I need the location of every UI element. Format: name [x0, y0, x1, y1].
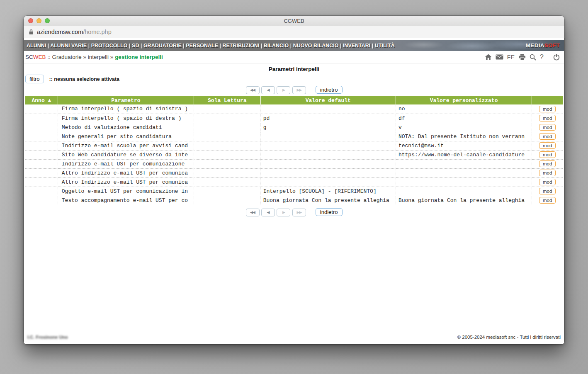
browser-address-bar[interactable]: aziendemsw.com/home.php — [24, 26, 564, 38]
footer-school-name: I.C. Frosinone Uno — [27, 335, 68, 340]
page-prev-button[interactable]: ◀ — [261, 86, 275, 94]
pager-bottom-buttons: ◀◀ ◀ ▶ ▶▶ — [246, 208, 306, 216]
cell-valore-default — [260, 132, 396, 141]
cell-valore-default: Interpello [SCUOLA] - [RIFERIMENTO] — [260, 187, 396, 196]
mod-button[interactable]: mod — [539, 133, 556, 140]
window-title: CGWEB — [284, 18, 304, 24]
mod-button[interactable]: mod — [539, 142, 556, 149]
cell-actions: mod — [532, 104, 563, 114]
cell-valore-default — [260, 159, 396, 168]
page-first-button[interactable]: ◀◀ — [246, 86, 260, 94]
search-icon[interactable] — [530, 54, 536, 61]
cell-parametro: Altro Indirizzo e-mail UST per comunica — [58, 177, 194, 187]
nav-item-sd[interactable]: SD — [132, 43, 139, 49]
cell-actions: mod — [532, 187, 563, 196]
home-icon[interactable] — [485, 54, 492, 60]
main-content: Parametri interpelli filtro :: nessuna s… — [24, 63, 564, 344]
cell-anno — [25, 150, 58, 159]
back-button-top[interactable]: indietro — [316, 86, 343, 94]
help-icon[interactable]: ? — [540, 53, 544, 61]
cell-sola-lettura — [194, 141, 261, 150]
cell-actions: mod — [532, 132, 563, 141]
cell-valore-default — [260, 141, 396, 150]
cell-parametro: Firma interpello ( spazio di sinistra ) — [58, 104, 194, 114]
cell-sola-lettura — [194, 104, 261, 114]
column-header-anno[interactable]: Anno ▲ — [25, 96, 58, 104]
nav-separator: | — [338, 43, 343, 49]
cell-parametro: Note generali per sito candidatura — [58, 132, 194, 141]
page-viewport: ALUNNI | ALUNNI VARIE | PROTOCOLLO | SD … — [24, 38, 564, 344]
table-row: Indirizzo e-mail UST per comunicazionemo… — [25, 159, 563, 168]
mod-button[interactable]: mod — [539, 179, 556, 185]
nav-item-inventari[interactable]: INVENTARI — [343, 43, 370, 49]
cell-parametro: Indirizzo e-mail UST per comunicazione — [58, 159, 194, 168]
brand-media: MEDIA — [526, 42, 544, 49]
nav-item-protocollo[interactable]: PROTOCOLLO — [91, 43, 128, 49]
print-icon[interactable] — [519, 54, 526, 60]
table-row: Firma interpello ( spazio di sinistra )n… — [25, 104, 563, 114]
page-last-button[interactable]: ▶▶ — [292, 209, 306, 216]
column-header-sola-lettura[interactable]: Sola Lettura — [194, 96, 261, 104]
column-header-valore-default[interactable]: Valore default — [260, 96, 396, 104]
nav-item-utilit-[interactable]: UTILITÀ — [375, 43, 395, 49]
toolbar-icons: FE ? — [485, 53, 560, 61]
page-title: Parametri interpelli — [24, 66, 564, 72]
table-row: Metodo di valutazione candidatigvmod — [25, 123, 563, 132]
page-next-button[interactable]: ▶ — [277, 209, 290, 216]
cell-parametro: Sito Web candidature se diverso da inte — [58, 150, 194, 159]
cell-anno — [25, 168, 58, 177]
page-prev-button[interactable]: ◀ — [261, 209, 275, 216]
mod-button[interactable]: mod — [539, 106, 556, 112]
minimize-window-button[interactable] — [36, 18, 41, 23]
mod-button[interactable]: mod — [539, 151, 556, 158]
mail-icon[interactable] — [496, 54, 503, 60]
close-window-button[interactable] — [28, 18, 33, 23]
breadcrumb-app-prefix: SC — [25, 54, 33, 60]
nav-separator: | — [259, 43, 263, 49]
back-button-bottom[interactable]: indietro — [316, 208, 343, 216]
nav-separator: | — [87, 43, 91, 49]
page-next-button[interactable]: ▶ — [277, 86, 290, 94]
filter-button[interactable]: filtro — [25, 75, 44, 83]
breadcrumb: SCWEB :: Graduatorie » interpelli » gest… — [25, 54, 163, 60]
column-header-parametro[interactable]: Parametro — [58, 96, 194, 104]
cell-anno — [25, 159, 58, 168]
nav-item-graduatorie[interactable]: GRADUATORIE — [143, 43, 182, 49]
cell-sola-lettura — [194, 132, 261, 141]
mod-button[interactable]: mod — [539, 115, 556, 121]
nav-item-alunni[interactable]: ALUNNI — [27, 43, 46, 49]
page-last-button[interactable]: ▶▶ — [292, 86, 306, 94]
mod-button[interactable]: mod — [539, 197, 556, 204]
url-text: aziendemsw.com/home.php — [37, 29, 112, 35]
mod-button[interactable]: mod — [539, 170, 556, 176]
cell-parametro: Oggetto e-mail UST per comunicazione in — [58, 187, 194, 196]
breadcrumb-trail: :: Graduatorie » interpelli » — [46, 54, 115, 60]
zoom-window-button[interactable] — [45, 18, 50, 23]
fe-link[interactable]: FE — [507, 54, 515, 61]
cell-parametro: Testo accompagnamento e-mail UST per co — [58, 196, 194, 205]
table-row: Altro Indirizzo e-mail UST per comunicam… — [25, 168, 563, 177]
mod-button[interactable]: mod — [539, 124, 556, 131]
column-header-valore-personalizzato[interactable]: Valore personalizzato — [396, 96, 532, 104]
nav-separator: | — [139, 43, 143, 49]
window-titlebar: CGWEB — [24, 16, 564, 26]
nav-item-alunni-varie[interactable]: ALUNNI VARIE — [50, 43, 87, 49]
power-icon[interactable] — [553, 54, 560, 61]
nav-item-personale[interactable]: PERSONALE — [186, 43, 218, 49]
cell-anno — [25, 196, 58, 205]
table-row: Testo accompagnamento e-mail UST per coB… — [25, 196, 563, 205]
column-header-actions — [532, 96, 563, 104]
cell-actions: mod — [532, 196, 563, 205]
page-first-button[interactable]: ◀◀ — [246, 209, 260, 216]
cell-actions: mod — [532, 123, 563, 132]
cell-anno — [25, 177, 58, 187]
breadcrumb-bar: SCWEB :: Graduatorie » interpelli » gest… — [24, 51, 564, 63]
nav-item-retribuzioni[interactable]: RETRIBUZIONI — [222, 43, 259, 49]
cell-sola-lettura — [194, 159, 261, 168]
mod-button[interactable]: mod — [539, 188, 556, 194]
nav-item-nuovo-bilancio[interactable]: NUOVO BILANCIO — [293, 43, 339, 49]
nav-item-bilancio[interactable]: BILANCIO — [264, 43, 289, 49]
mod-button[interactable]: mod — [539, 160, 556, 167]
cell-anno — [25, 114, 58, 123]
pager-bottom: ◀◀ ◀ ▶ ▶▶ indietro — [24, 208, 564, 216]
